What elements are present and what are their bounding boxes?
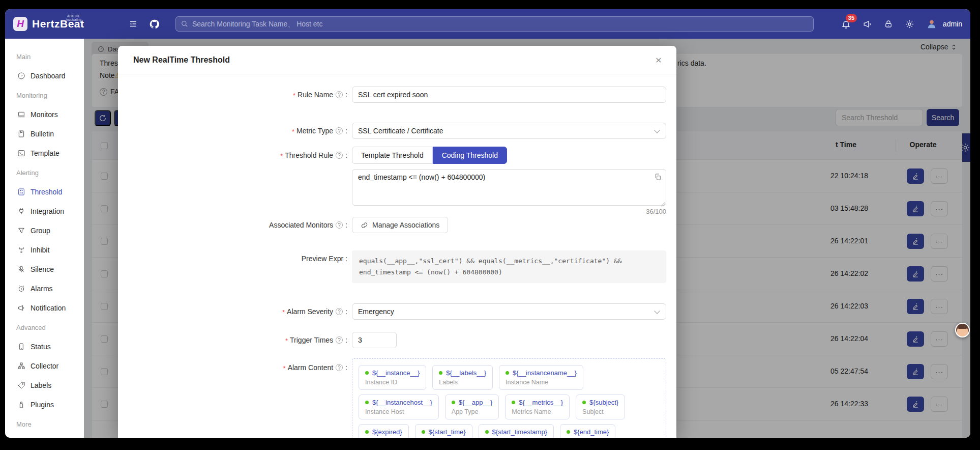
github-icon[interactable] xyxy=(149,19,160,30)
sidebar-item-collector[interactable]: Collector xyxy=(5,356,84,376)
sidebar-item-silence[interactable]: Silence xyxy=(5,260,84,279)
variable-tag[interactable]: ${__labels__} Labels xyxy=(432,365,493,390)
sidebar-item-threshold[interactable]: Threshold xyxy=(5,182,84,202)
alarm-content-label: *Alarm Content?: xyxy=(118,362,347,373)
link-icon xyxy=(361,221,368,229)
sidebar-item-status[interactable]: Status xyxy=(5,337,84,356)
metric-type-select[interactable]: SSL Certificate / Certificate xyxy=(352,123,666,139)
sidebar: Main Dashboard Monitoring Monitors Bulle… xyxy=(5,39,84,438)
help-icon[interactable]: ? xyxy=(336,152,343,159)
lock-icon[interactable] xyxy=(884,19,893,29)
sidebar-item-inhibit[interactable]: Inhibit xyxy=(5,240,84,260)
dashboard-icon xyxy=(17,72,25,80)
help-icon[interactable]: ? xyxy=(336,127,343,134)
help-icon[interactable]: ? xyxy=(336,364,343,371)
sidebar-item-integration[interactable]: Integration xyxy=(5,202,84,221)
new-threshold-modal: New RealTime Threshold × *Rule Name?: *M… xyxy=(118,46,676,438)
preview-expr-label: Preview Expr: xyxy=(118,250,347,267)
resize-handle[interactable] xyxy=(661,202,665,207)
variable-tag[interactable]: ${expired} xyxy=(359,424,409,438)
threshold-rule-label: *Threshold Rule?: xyxy=(118,147,347,164)
chevron-down-icon xyxy=(654,308,660,314)
trigger-times-input[interactable] xyxy=(352,332,397,348)
variable-tag[interactable]: ${__metrics__} Metrics Name xyxy=(505,395,570,419)
settings-gear-icon[interactable] xyxy=(905,19,914,29)
sidebar-item-bulletin[interactable]: Bulletin xyxy=(5,124,84,144)
threshold-icon xyxy=(17,188,25,196)
username-label[interactable]: admin xyxy=(943,20,962,28)
metric-type-label: *Metric Type?: xyxy=(118,123,347,139)
navbar-actions: 35 admin xyxy=(841,9,962,39)
brand-apache-incubating: APACHEincubating xyxy=(62,15,85,21)
rule-name-input[interactable] xyxy=(352,87,666,103)
sidebar-item-template[interactable]: Template xyxy=(5,144,84,163)
brand-logo[interactable]: H HertzBeat APACHEincubating xyxy=(13,17,117,31)
close-icon[interactable]: × xyxy=(651,52,666,68)
green-dot-icon xyxy=(365,401,369,404)
sidebar-group-alerting: Alerting xyxy=(5,163,84,182)
mic-off-icon xyxy=(17,265,25,273)
manage-associations-button[interactable]: Manage Associations xyxy=(352,217,448,233)
monitors-icon xyxy=(17,110,25,119)
help-icon[interactable]: ? xyxy=(336,308,343,315)
variable-tag[interactable]: ${__instancehost__} Instance Host xyxy=(359,395,439,419)
variable-tag[interactable]: ${__instance__} Instance ID xyxy=(359,365,426,390)
inhibit-icon xyxy=(17,246,25,254)
variable-tag[interactable]: ${start_time} xyxy=(415,424,472,438)
modal-header: New RealTime Threshold × xyxy=(118,46,676,74)
notifications-button[interactable]: 35 xyxy=(841,19,851,29)
top-navbar: H HertzBeat APACHEincubating 35 xyxy=(5,9,970,39)
variable-tag[interactable]: ${end_time} xyxy=(560,424,615,438)
tab-template-threshold[interactable]: Template Threshold xyxy=(352,147,433,164)
char-counter: 36/100 xyxy=(352,208,666,215)
funnel-icon xyxy=(17,227,25,235)
sidebar-item-group[interactable]: Group xyxy=(5,221,84,240)
green-dot-icon xyxy=(485,430,489,434)
green-dot-icon xyxy=(422,430,425,434)
modal-title: New RealTime Threshold xyxy=(133,55,230,65)
variable-tag[interactable]: ${start_timestamp} xyxy=(479,424,554,438)
alarm-severity-select[interactable]: Emergency xyxy=(352,303,666,320)
search-icon xyxy=(181,20,188,27)
green-dot-icon xyxy=(452,401,455,404)
variable-tag[interactable]: ${__app__} App Type xyxy=(445,395,499,419)
announcement-icon[interactable] xyxy=(863,19,872,29)
sidebar-item-notification[interactable]: Notification xyxy=(5,298,84,318)
variable-tag[interactable]: ${__instancename__} Instance Name xyxy=(499,365,583,390)
trigger-times-label: *Trigger Times?: xyxy=(118,332,347,348)
sidebar-group-main: Main xyxy=(5,47,84,66)
sidebar-item-labels[interactable]: Labels xyxy=(5,376,84,395)
variable-tag[interactable]: ${subject} Subject xyxy=(576,395,625,419)
sidebar-group-advanced: Advanced xyxy=(5,318,84,337)
preview-expression: equals(__app__,"ssl_cert") && equals(__m… xyxy=(352,250,666,283)
sidebar-item-dashboard[interactable]: Dashboard xyxy=(5,66,84,86)
integration-icon xyxy=(17,207,25,215)
megaphone-icon xyxy=(17,304,25,312)
green-dot-icon xyxy=(506,371,509,375)
alarm-content-variables: ${__instance__} Instance ID ${__labels__… xyxy=(352,358,666,438)
green-dot-icon xyxy=(439,371,442,375)
help-icon[interactable]: ? xyxy=(336,336,343,344)
sidebar-item-monitors[interactable]: Monitors xyxy=(5,105,84,124)
expression-textarea[interactable]: end_timestamp <= (now() + 604800000) xyxy=(352,169,666,206)
rule-name-label: *Rule Name?: xyxy=(118,87,347,103)
help-icon[interactable]: ? xyxy=(336,221,343,229)
user-avatar[interactable] xyxy=(926,18,937,30)
tag-icon xyxy=(17,381,25,389)
green-dot-icon xyxy=(512,401,515,404)
green-dot-icon xyxy=(365,371,369,375)
template-icon xyxy=(17,149,25,157)
sidebar-item-alarms[interactable]: Alarms xyxy=(5,279,84,298)
copy-icon[interactable] xyxy=(654,173,662,181)
smartphone-icon xyxy=(17,343,25,351)
menu-fold-icon[interactable] xyxy=(129,19,138,29)
help-icon[interactable]: ? xyxy=(336,91,343,98)
global-search-input[interactable] xyxy=(192,20,808,28)
sidebar-group-more: More xyxy=(5,414,84,434)
sidebar-item-plugins[interactable]: Plugins xyxy=(5,395,84,414)
green-dot-icon xyxy=(582,401,586,404)
assistant-avatar[interactable] xyxy=(955,323,970,338)
green-dot-icon xyxy=(365,430,369,434)
alarm-clock-icon xyxy=(17,285,25,293)
tab-coding-threshold[interactable]: Coding Threshold xyxy=(433,147,507,164)
